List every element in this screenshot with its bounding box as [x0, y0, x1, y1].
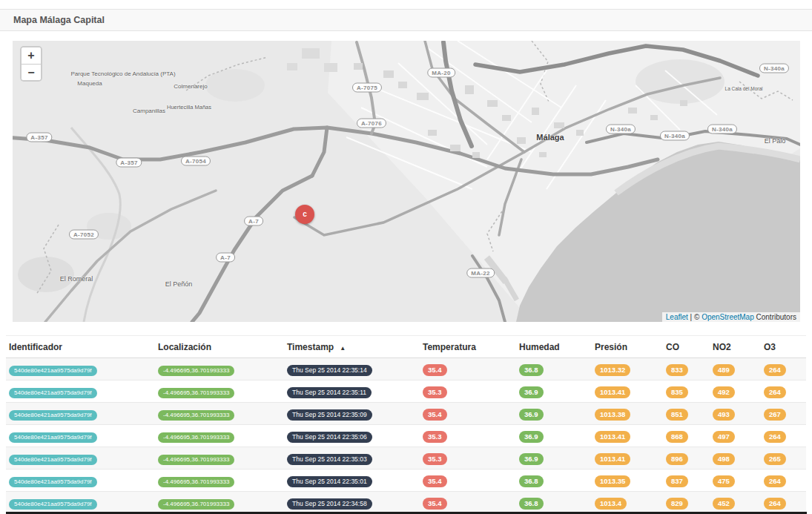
no2-badge-cell: 498: [710, 447, 761, 469]
location-badge: -4.496695,36.701993333: [158, 410, 234, 421]
timestamp-badge-cell: Thu Sep 25 2014 22:35:01: [284, 469, 420, 492]
temperature-badge: 35.4: [423, 409, 447, 421]
timestamp-badge-cell: Thu Sep 25 2014 22:35:03: [284, 447, 420, 469]
identifier-badge-cell: 540de80e421aa9575da9d79f: [6, 425, 155, 447]
pressure-badge: 1013.38: [595, 409, 630, 421]
column-header-identificador[interactable]: Identificador: [6, 336, 155, 358]
temperature-badge-cell: 35.4: [420, 403, 516, 425]
timestamp-badge: Thu Sep 25 2014 22:35:09: [287, 409, 372, 421]
location-badge-cell: -4.496695,36.701993333: [155, 358, 284, 380]
identifier-badge: 540de80e421aa9575da9d79f: [9, 432, 97, 443]
column-header-presion[interactable]: Presión: [592, 336, 663, 358]
column-header-localizacion[interactable]: Localización: [155, 336, 284, 358]
location-badge: -4.496695,36.701993333: [158, 499, 234, 510]
location-badge-cell: -4.496695,36.701993333: [155, 425, 284, 447]
zoom-in-button[interactable]: +: [22, 47, 41, 64]
no2-badge: 475: [713, 475, 735, 487]
pressure-badge-cell: 1013.41: [592, 380, 663, 403]
o3-badge-cell: 264: [761, 492, 806, 514]
column-header-timestamp[interactable]: Timestamp▲: [284, 336, 420, 358]
identifier-badge: 540de80e421aa9575da9d79f: [9, 366, 97, 376]
map-container: A-357A-357A-7054A-7052A-7A-7A-7075A-7076…: [0, 31, 812, 322]
openstreetmap-link[interactable]: OpenStreetMap: [702, 313, 754, 321]
co-badge-cell: 833: [663, 358, 710, 380]
page-title: Mapa Málaga Capital: [13, 15, 105, 25]
o3-badge: 264: [764, 475, 786, 487]
column-header-o3[interactable]: O3: [761, 336, 806, 358]
sensor-marker-glyph: c: [303, 210, 307, 218]
temperature-badge-cell: 35.4: [420, 469, 516, 492]
location-badge-cell: -4.496695,36.701993333: [155, 403, 284, 425]
timestamp-badge: Thu Sep 25 2014 22:35:06: [287, 432, 372, 443]
timestamp-badge-cell: Thu Sep 25 2014 22:35:11: [284, 380, 420, 403]
identifier-badge-cell: 540de80e421aa9575da9d79f: [6, 403, 155, 425]
co-badge-cell: 868: [663, 425, 710, 447]
humidity-badge-cell: 36.9: [516, 425, 592, 447]
pressure-badge: 1013.41: [595, 431, 630, 443]
leaflet-link[interactable]: Leaflet: [666, 313, 688, 321]
temperature-badge-cell: 35.3: [420, 380, 516, 403]
location-badge-cell: -4.496695,36.701993333: [155, 380, 284, 403]
temperature-badge: 35.3: [423, 386, 447, 398]
timestamp-badge-cell: Thu Sep 25 2014 22:34:58: [284, 492, 420, 514]
o3-badge: 264: [764, 498, 786, 510]
sensor-table: Identificador Localización Timestamp▲ Te…: [6, 335, 806, 514]
no2-badge: 452: [713, 498, 735, 510]
o3-badge-cell: 264: [761, 380, 806, 403]
zoom-out-button[interactable]: −: [22, 64, 41, 80]
humidity-badge-cell: 36.9: [516, 380, 592, 403]
co-badge: 833: [666, 364, 688, 376]
timestamp-badge-cell: Thu Sep 25 2014 22:35:14: [284, 358, 420, 380]
location-badge: -4.496695,36.701993333: [158, 455, 234, 465]
o3-badge-cell: 264: [761, 425, 806, 447]
no2-badge: 492: [713, 386, 735, 398]
pressure-badge-cell: 1013.32: [592, 358, 663, 380]
table-row: 540de80e421aa9575da9d79f-4.496695,36.701…: [6, 492, 806, 514]
pressure-badge: 1013.35: [595, 475, 630, 487]
humidity-badge: 36.8: [519, 475, 544, 487]
identifier-badge-cell: 540de80e421aa9575da9d79f: [6, 447, 155, 469]
no2-badge-cell: 493: [710, 403, 761, 425]
o3-badge: 264: [764, 364, 786, 376]
column-header-humedad[interactable]: Humedad: [516, 336, 592, 358]
o3-badge: 264: [764, 431, 786, 443]
identifier-badge: 540de80e421aa9575da9d79f: [9, 410, 97, 421]
humidity-badge: 36.8: [519, 498, 544, 510]
location-badge: -4.496695,36.701993333: [158, 477, 234, 487]
humidity-badge-cell: 36.8: [516, 469, 592, 492]
column-header-temperatura[interactable]: Temperatura: [420, 336, 516, 358]
no2-badge-cell: 489: [710, 358, 761, 380]
co-badge: 835: [666, 386, 688, 398]
column-header-co[interactable]: CO: [663, 336, 710, 358]
co-badge: 837: [666, 475, 688, 487]
sensor-marker[interactable]: c: [295, 205, 314, 224]
location-badge: -4.496695,36.701993333: [158, 366, 234, 376]
timestamp-badge: Thu Sep 25 2014 22:35:11: [287, 387, 372, 398]
location-badge: -4.496695,36.701993333: [158, 388, 234, 398]
column-header-no2[interactable]: NO2: [710, 336, 761, 358]
table-row: 540de80e421aa9575da9d79f-4.496695,36.701…: [6, 469, 806, 492]
humidity-badge: 36.8: [519, 364, 544, 376]
co-badge-cell: 896: [663, 447, 710, 469]
map-canvas[interactable]: A-357A-357A-7054A-7052A-7A-7A-7075A-7076…: [13, 41, 800, 322]
humidity-badge-cell: 36.9: [516, 403, 592, 425]
co-badge: 851: [666, 409, 688, 421]
identifier-badge: 540de80e421aa9575da9d79f: [9, 477, 97, 487]
map-zoom-control: + −: [20, 46, 42, 82]
map-tiles: [13, 41, 800, 322]
table-row: 540de80e421aa9575da9d79f-4.496695,36.701…: [6, 447, 806, 469]
co-badge: 829: [666, 498, 688, 510]
identifier-badge: 540de80e421aa9575da9d79f: [9, 499, 97, 510]
identifier-badge-cell: 540de80e421aa9575da9d79f: [6, 380, 155, 403]
o3-badge-cell: 267: [761, 403, 806, 425]
timestamp-badge-cell: Thu Sep 25 2014 22:35:09: [284, 403, 420, 425]
humidity-badge: 36.9: [519, 409, 544, 421]
o3-badge-cell: 264: [761, 358, 806, 380]
identifier-badge-cell: 540de80e421aa9575da9d79f: [6, 358, 155, 380]
no2-badge-cell: 452: [710, 492, 761, 514]
co-badge: 868: [666, 431, 688, 443]
humidity-badge-cell: 36.8: [516, 358, 592, 380]
co-badge: 896: [666, 453, 688, 465]
attribution-suffix: Contributors: [754, 313, 796, 321]
temperature-badge: 35.4: [423, 475, 447, 487]
